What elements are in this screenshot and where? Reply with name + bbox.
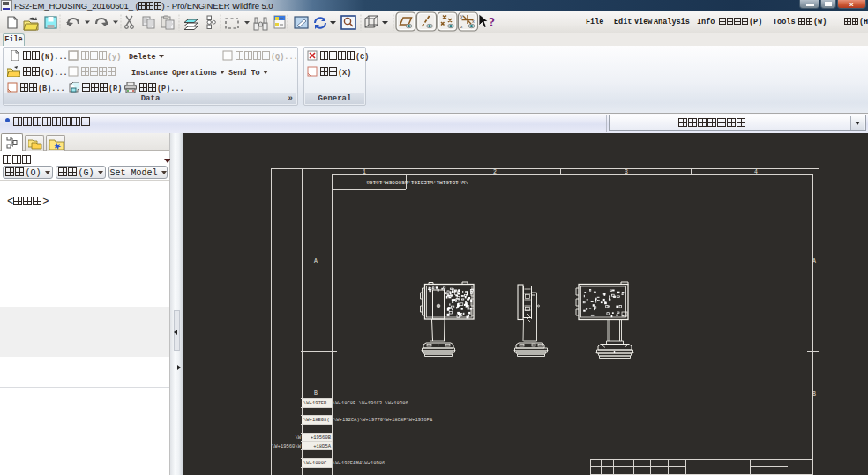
svg-text:x: x: [472, 19, 475, 24]
svg-text:y: y: [460, 13, 463, 19]
svg-text:?: ?: [489, 16, 495, 29]
svg-text:z: z: [460, 24, 463, 29]
